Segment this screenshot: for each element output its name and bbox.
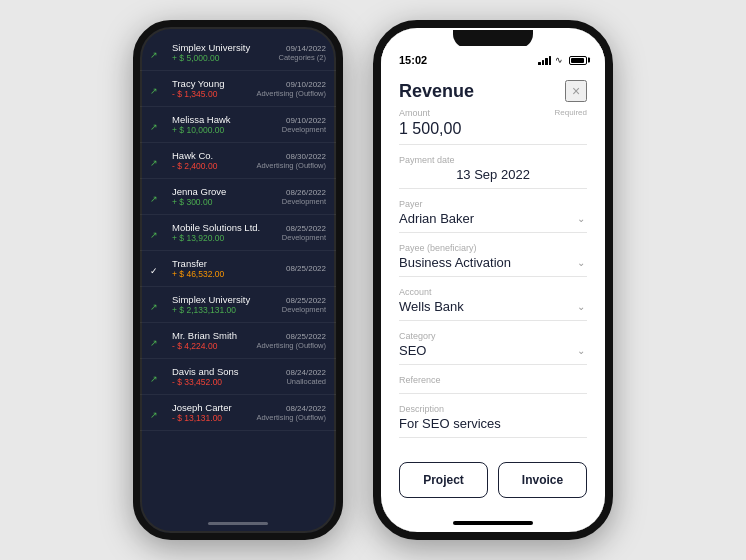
chevron-down-icon: ⌄: [577, 301, 585, 312]
transaction-name: Jenna Grove: [172, 186, 278, 197]
battery-icon: [569, 56, 587, 65]
transaction-date: 09/10/2022: [282, 116, 326, 125]
transaction-main: Transfer+ $ 46,532.00: [172, 258, 282, 279]
transaction-category: Advertising (Outflow): [256, 413, 326, 422]
transaction-item[interactable]: ↗Davis and Sons- $ 33,452.0008/24/2022Un…: [140, 359, 336, 395]
field-value: SEO: [399, 343, 587, 358]
arrow-icon: ↗: [150, 224, 166, 242]
transaction-main: Jenna Grove+ $ 300.00: [172, 186, 278, 207]
arrow-icon: ↗: [150, 368, 166, 386]
form-content: Amount1 500,00RequiredPayment date13 Sep…: [381, 108, 605, 450]
transaction-category: Development: [282, 233, 326, 242]
field-label: Category: [399, 331, 587, 341]
transaction-name: Melissa Hawk: [172, 114, 278, 125]
transaction-item[interactable]: ↗Jenna Grove+ $ 300.0008/26/2022Developm…: [140, 179, 336, 215]
transaction-screen: ↗Simplex University+ $ 5,000.0009/14/202…: [140, 27, 336, 533]
form-field[interactable]: Amount1 500,00Required: [399, 108, 587, 145]
arrow-icon: ↗: [150, 188, 166, 206]
chevron-down-icon: ⌄: [577, 213, 585, 224]
home-bar: [208, 522, 268, 525]
transaction-list[interactable]: ↗Simplex University+ $ 5,000.0009/14/202…: [140, 27, 336, 513]
transaction-item[interactable]: ↗Tracy Young- $ 1,345.0009/10/2022Advert…: [140, 71, 336, 107]
form-field[interactable]: Payee (beneficiary)Business Activation⌄: [399, 243, 587, 277]
footer-button-project[interactable]: Project: [399, 462, 488, 498]
wifi-icon: ∿: [555, 55, 563, 65]
transaction-date: 08/25/2022: [282, 224, 326, 233]
revenue-screen: 15:02 ∿ Revenue × Amount1 500,00Require: [381, 28, 605, 532]
transaction-item[interactable]: ↗Simplex University+ $ 5,000.0009/14/202…: [140, 35, 336, 71]
modal-header: Revenue ×: [381, 70, 605, 108]
transaction-amount: - $ 2,400.00: [172, 161, 252, 171]
field-value: 13 Sep 2022: [399, 167, 587, 182]
notch-area: [381, 28, 605, 48]
transaction-category: Advertising (Outflow): [256, 89, 326, 98]
form-field[interactable]: CategorySEO⌄: [399, 331, 587, 365]
transaction-name: Davis and Sons: [172, 366, 282, 377]
transaction-name: Transfer: [172, 258, 282, 269]
transaction-date: 08/25/2022: [282, 296, 326, 305]
field-value: For SEO services: [399, 416, 587, 431]
transaction-item[interactable]: ✓Transfer+ $ 46,532.0008/25/2022: [140, 251, 336, 287]
transaction-right: 08/25/2022: [286, 264, 326, 273]
transaction-date: 08/30/2022: [256, 152, 326, 161]
transaction-date: 08/26/2022: [282, 188, 326, 197]
left-phone: ↗Simplex University+ $ 5,000.0009/14/202…: [133, 20, 343, 540]
modal-title: Revenue: [399, 81, 474, 102]
field-label: Reference: [399, 375, 587, 385]
transaction-item[interactable]: ↗Simplex University+ $ 2,133,131.0008/25…: [140, 287, 336, 323]
field-value: 1 500,00: [399, 120, 587, 138]
arrow-icon: ↗: [150, 44, 166, 62]
transaction-name: Simplex University: [172, 42, 274, 53]
field-label: Payment date: [399, 155, 587, 165]
transaction-main: Hawk Co.- $ 2,400.00: [172, 150, 252, 171]
transaction-item[interactable]: ↗Melissa Hawk+ $ 10,000.0009/10/2022Deve…: [140, 107, 336, 143]
close-button[interactable]: ×: [565, 80, 587, 102]
field-label: Payee (beneficiary): [399, 243, 587, 253]
transaction-main: Melissa Hawk+ $ 10,000.00: [172, 114, 278, 135]
transaction-main: Davis and Sons- $ 33,452.00: [172, 366, 282, 387]
transaction-date: 08/25/2022: [286, 264, 326, 273]
transaction-item[interactable]: ↗Hawk Co.- $ 2,400.0008/30/2022Advertisi…: [140, 143, 336, 179]
transaction-category: Development: [282, 197, 326, 206]
form-field[interactable]: DescriptionFor SEO services: [399, 404, 587, 438]
footer-button-invoice[interactable]: Invoice: [498, 462, 587, 498]
transaction-right: 08/30/2022Advertising (Outflow): [256, 152, 326, 170]
transaction-amount: + $ 2,133,131.00: [172, 305, 278, 315]
arrow-icon: ↗: [150, 332, 166, 350]
transaction-amount: + $ 46,532.00: [172, 269, 282, 279]
transaction-amount: - $ 13,131.00: [172, 413, 252, 423]
form-field[interactable]: Reference: [399, 375, 587, 394]
form-field[interactable]: Payment date13 Sep 2022: [399, 155, 587, 189]
arrow-icon: ↗: [150, 80, 166, 98]
transaction-right: 08/25/2022Development: [282, 296, 326, 314]
transaction-item[interactable]: ↗Mr. Brian Smith- $ 4,224.0008/25/2022Ad…: [140, 323, 336, 359]
arrow-icon: ↗: [150, 116, 166, 134]
transaction-right: 08/26/2022Development: [282, 188, 326, 206]
transaction-item[interactable]: ↗Joseph Carter- $ 13,131.0008/24/2022Adv…: [140, 395, 336, 431]
transaction-amount: + $ 300.00: [172, 197, 278, 207]
transaction-category: Development: [282, 305, 326, 314]
transaction-right: 08/24/2022Unallocated: [286, 368, 326, 386]
signal-icon: [538, 56, 551, 65]
home-bar-right: [453, 521, 533, 525]
field-label: Payer: [399, 199, 587, 209]
arrow-icon: ↗: [150, 152, 166, 170]
form-field[interactable]: PayerAdrian Baker⌄: [399, 199, 587, 233]
transaction-item[interactable]: ↗Mobile Solutions Ltd.+ $ 13,920.0008/25…: [140, 215, 336, 251]
transaction-right: 09/10/2022Advertising (Outflow): [256, 80, 326, 98]
right-phone: 15:02 ∿ Revenue × Amount1 500,00Require: [373, 20, 613, 540]
transaction-main: Joseph Carter- $ 13,131.00: [172, 402, 252, 423]
arrow-icon: ↗: [150, 404, 166, 422]
transaction-name: Simplex University: [172, 294, 278, 305]
transaction-main: Simplex University+ $ 2,133,131.00: [172, 294, 278, 315]
home-indicator-right: [381, 514, 605, 532]
form-field[interactable]: AccountWells Bank⌄: [399, 287, 587, 321]
field-value: Business Activation: [399, 255, 587, 270]
transaction-category: Advertising (Outflow): [256, 341, 326, 350]
field-value: Wells Bank: [399, 299, 587, 314]
home-indicator: [140, 513, 336, 533]
transaction-name: Mobile Solutions Ltd.: [172, 222, 278, 233]
transaction-amount: + $ 13,920.00: [172, 233, 278, 243]
transaction-category: Advertising (Outflow): [256, 161, 326, 170]
transaction-main: Simplex University+ $ 5,000.00: [172, 42, 274, 63]
